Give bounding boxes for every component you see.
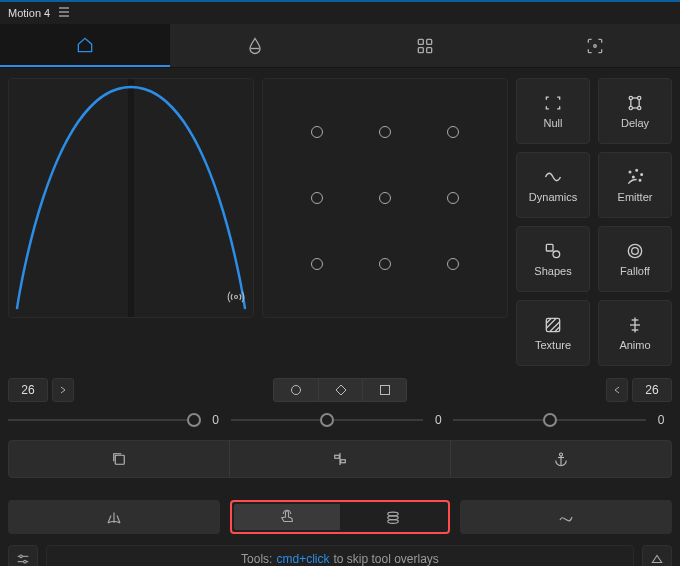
curve-panel[interactable] [8, 78, 254, 318]
right-frame-value[interactable]: 26 [632, 378, 672, 402]
svg-rect-24 [546, 244, 553, 251]
nav-tab-home[interactable] [0, 24, 170, 67]
falloff-icon [625, 241, 645, 261]
anchor-top-left[interactable] [311, 126, 323, 138]
texture-icon [543, 315, 563, 335]
slider-2-value: 0 [431, 413, 445, 427]
tool-delay[interactable]: Delay [598, 78, 672, 144]
hamburger-icon[interactable] [58, 6, 70, 21]
align-icon [331, 450, 349, 468]
left-step-button[interactable] [52, 378, 74, 402]
anchor-bot-center[interactable] [379, 258, 391, 270]
svg-rect-5 [427, 39, 432, 44]
svg-point-12 [629, 106, 632, 109]
right-step-button[interactable] [606, 378, 628, 402]
anchor-top-right[interactable] [447, 126, 459, 138]
chevron-left-icon [615, 387, 619, 393]
svg-point-39 [560, 453, 563, 456]
anchor-mid-right[interactable] [447, 192, 459, 204]
svg-rect-35 [115, 455, 124, 464]
bottom-tab-path[interactable] [460, 500, 672, 534]
tool-dynamics[interactable]: Dynamics [516, 152, 590, 218]
null-icon [543, 93, 563, 113]
svg-point-11 [629, 96, 632, 99]
collapse-button[interactable] [642, 545, 672, 566]
svg-point-23 [639, 180, 641, 182]
action-anchor-button[interactable] [450, 441, 671, 477]
anchor-grid [262, 78, 508, 318]
tool-animo[interactable]: Animo [598, 300, 672, 366]
app-title: Motion 4 [8, 7, 50, 19]
broadcast-icon[interactable] [227, 288, 245, 309]
settings-sliders-button[interactable] [8, 545, 38, 566]
tool-falloff[interactable]: Falloff [598, 226, 672, 292]
tool-label: Delay [621, 117, 649, 129]
home-icon [75, 35, 95, 55]
tool-tiles: Null Delay Dynamics Emitter Shapes [516, 78, 672, 366]
triangle-up-icon [650, 552, 664, 566]
svg-point-48 [24, 560, 27, 563]
tool-emitter[interactable]: Emitter [598, 152, 672, 218]
shape-square-button[interactable] [362, 379, 406, 401]
svg-point-27 [632, 248, 639, 255]
svg-point-25 [553, 251, 560, 258]
bottom-tab-highlighted [230, 500, 450, 534]
slider-1-value: 0 [209, 413, 223, 427]
shape-diamond-button[interactable] [318, 379, 362, 401]
emitter-icon [625, 167, 645, 187]
dynamics-icon [543, 167, 563, 187]
tool-null[interactable]: Null [516, 78, 590, 144]
svg-point-20 [636, 170, 638, 172]
svg-point-14 [638, 106, 641, 109]
action-bar [8, 440, 672, 478]
action-clone-button[interactable] [9, 441, 229, 477]
grid-icon [415, 36, 435, 56]
tool-label: Animo [619, 339, 650, 351]
slider-3-value: 0 [654, 413, 668, 427]
nav-tab-grid[interactable] [340, 24, 510, 67]
svg-point-8 [594, 44, 597, 47]
svg-rect-9 [128, 79, 134, 317]
diamond-icon [335, 384, 347, 396]
focus-icon [585, 36, 605, 56]
slider-1[interactable] [8, 410, 201, 430]
svg-point-22 [633, 176, 635, 178]
tool-label: Dynamics [529, 191, 577, 203]
bottom-tab-fan[interactable] [8, 500, 220, 534]
tool-shapes[interactable]: Shapes [516, 226, 590, 292]
tool-label: Falloff [620, 265, 650, 277]
anchor-top-center[interactable] [379, 126, 391, 138]
tool-texture[interactable]: Texture [516, 300, 590, 366]
slider-2[interactable] [231, 410, 424, 430]
svg-point-46 [20, 555, 23, 558]
svg-rect-28 [546, 318, 559, 331]
nav-tab-color[interactable] [170, 24, 340, 67]
left-frame-value[interactable]: 26 [8, 378, 48, 402]
anchor-mid-left[interactable] [311, 192, 323, 204]
svg-rect-4 [418, 39, 423, 44]
action-align-button[interactable] [229, 441, 450, 477]
droplet-icon [245, 36, 265, 56]
chevron-right-icon [61, 387, 65, 393]
nav-tab-focus[interactable] [510, 24, 680, 67]
stack-icon [384, 508, 402, 526]
bottom-tab-tap[interactable] [234, 504, 340, 530]
svg-rect-6 [418, 47, 423, 52]
anchor-mid-center[interactable] [379, 192, 391, 204]
svg-point-44 [388, 520, 399, 524]
tap-icon [278, 508, 296, 526]
tool-label: Shapes [534, 265, 571, 277]
shape-segment-group [273, 378, 407, 402]
fan-icon [105, 508, 123, 526]
shape-circle-button[interactable] [274, 379, 318, 401]
sliders-icon [15, 551, 31, 566]
status-message: Tools: cmd+click to skip tool overlays [46, 545, 634, 566]
svg-rect-38 [341, 460, 346, 463]
svg-point-26 [628, 244, 641, 257]
anchor-bot-right[interactable] [447, 258, 459, 270]
slider-3[interactable] [453, 410, 646, 430]
anchor-icon [552, 450, 570, 468]
svg-point-19 [629, 171, 631, 173]
anchor-bot-left[interactable] [311, 258, 323, 270]
bottom-tab-stack[interactable] [340, 504, 446, 530]
